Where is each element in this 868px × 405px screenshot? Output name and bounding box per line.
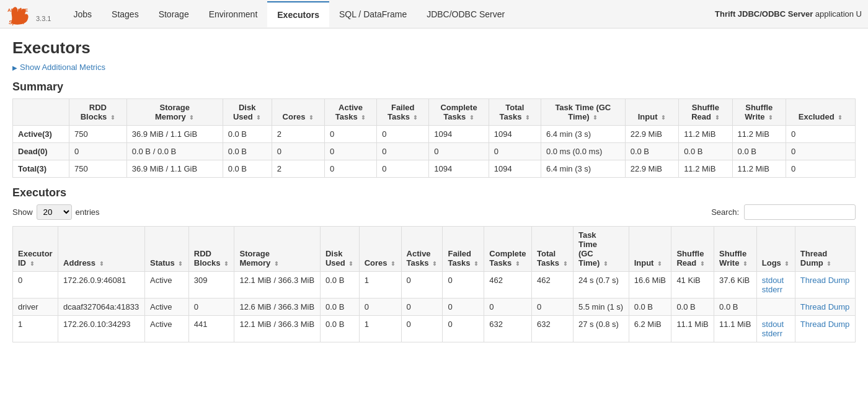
spark-logo-icon: APACHE Spark [6,3,33,25]
stdout-link[interactable]: stdout [762,276,784,285]
exec-disk: 0.0 B [320,316,359,342]
exec-cores: 0 [359,298,401,316]
stderr-link[interactable]: stderr [762,285,782,294]
exec-input: 6.2 MiB [629,316,671,342]
nav-executors[interactable]: Executors [267,1,329,27]
eth-failed: FailedTasks ⇕ [443,227,484,272]
nav-jobs[interactable]: Jobs [63,2,102,27]
summary-th-excluded: Excluded ⇕ [786,99,856,126]
eth-thread-dump: ThreadDump ⇕ [795,227,855,272]
summary-th-active: ActiveTasks ⇕ [325,99,377,126]
exec-input: 0.0 B [629,298,671,316]
eth-complete: CompleteTasks ⇕ [484,227,532,272]
search-input[interactable] [744,204,856,220]
exec-input: 16.6 MiB [629,272,671,298]
eth-shuffle-write: ShuffleWrite ⇕ [714,227,757,272]
executors-table: ExecutorID ⇕ Address ⇕ Status ⇕ RDDBlock… [12,226,856,342]
show-label: Show [12,207,33,217]
eth-cores: Cores ⇕ [359,227,401,272]
exec-complete-tasks: 632 [484,316,532,342]
table-row: driverdcaaf327064a:41833Active012.6 MiB … [13,298,856,316]
eth-tasktime: TaskTime(GCTime) ⇕ [573,227,629,272]
summary-th-rdd: RDDBlocks ⇕ [69,99,127,126]
nav-links: Jobs Stages Storage Environment Executor… [63,1,715,27]
summary-th-failed: FailedTasks ⇕ [377,99,429,126]
exec-status: Active [145,272,189,298]
exec-cores: 1 [359,272,401,298]
thread-dump-link[interactable]: Thread Dump [800,276,849,285]
eth-storage-memory: StorageMemory ⇕ [234,227,320,272]
search-box: Search: [711,204,856,220]
exec-storage-memory: 12.6 MiB / 366.3 MiB [234,298,320,316]
exec-rdd: 309 [188,272,234,298]
exec-active-tasks: 0 [401,316,443,342]
summary-th-input: Input ⇕ [625,99,678,126]
summary-row: Total(3)75036.9 MiB / 1.1 GiB0.0 B200109… [13,160,856,178]
exec-task-time: 24 s (0.7 s) [573,272,629,298]
exec-id: driver [13,298,58,316]
exec-status: Active [145,298,189,316]
chevron-right-icon: ▶ [12,64,17,71]
exec-total-tasks: 632 [532,316,574,342]
page-content: Executors ▶Show Additional Metrics Summa… [0,28,868,352]
show-entries-select[interactable]: 20 50 100 [37,204,72,220]
exec-id: 1 [13,316,58,342]
eth-disk: DiskUsed ⇕ [320,227,359,272]
exec-logs: stdoutstderr [756,272,795,298]
stderr-link[interactable]: stderr [762,329,782,338]
nav-sql[interactable]: SQL / DataFrame [329,2,417,27]
eth-id: ExecutorID ⇕ [13,227,58,272]
table-row: 1172.26.0.10:34293Active44112.1 MiB / 36… [13,316,856,342]
svg-text:Spark: Spark [9,19,25,25]
show-entries: Show 20 50 100 entries [12,204,100,220]
summary-th-total: TotalTasks ⇕ [489,99,541,126]
eth-status: Status ⇕ [145,227,189,272]
summary-th-shuffle-read: ShuffleRead ⇕ [679,99,732,126]
eth-active: ActiveTasks ⇕ [401,227,443,272]
summary-th-storage-memory: StorageMemory ⇕ [126,99,223,126]
summary-th-complete: CompleteTasks ⇕ [429,99,489,126]
eth-rdd: RDDBlocks ⇕ [188,227,234,272]
table-controls: Show 20 50 100 entries Search: [12,204,856,220]
exec-thread-dump: Thread Dump [795,298,855,316]
summary-th-tasktime: Task Time (GCTime) ⇕ [541,99,625,126]
brand: APACHE Spark 3.3.1 [6,3,51,25]
summary-row: Dead(0)00.0 B / 0.0 B0.0 B000000.0 ms (0… [13,143,856,160]
summary-row-label: Dead(0) [13,143,69,160]
exec-task-time: 27 s (0.8 s) [573,316,629,342]
stdout-link[interactable]: stdout [762,320,784,329]
exec-rdd: 0 [188,298,234,316]
exec-active-tasks: 0 [401,298,443,316]
exec-address: dcaaf327064a:41833 [58,298,145,316]
summary-row-label: Active(3) [13,126,69,143]
summary-row: Active(3)75036.9 MiB / 1.1 GiB0.0 B20010… [13,126,856,143]
nav-environment[interactable]: Environment [199,2,268,27]
exec-complete-tasks: 462 [484,272,532,298]
exec-total-tasks: 0 [532,298,574,316]
thread-dump-link[interactable]: Thread Dump [800,302,849,311]
summary-table: RDDBlocks ⇕ StorageMemory ⇕ DiskUsed ⇕ C… [12,98,856,178]
exec-thread-dump: Thread Dump [795,272,855,298]
summary-th-blank [13,99,69,126]
exec-thread-dump: Thread Dump [795,316,855,342]
exec-disk: 0.0 B [320,272,359,298]
show-metrics-link[interactable]: ▶Show Additional Metrics [12,63,105,72]
search-label: Search: [711,207,739,217]
exec-shuffle-write: 0.0 B [714,298,757,316]
nav-storage[interactable]: Storage [149,2,199,27]
app-title: Thrift JDBC/ODBC Server application U [715,9,862,19]
exec-address: 172.26.0.9:46081 [58,272,145,298]
executors-heading: Executors [12,186,856,199]
thread-dump-link[interactable]: Thread Dump [800,320,849,329]
nav-jdbc[interactable]: JDBC/ODBC Server [417,2,515,27]
summary-th-shuffle-write: ShuffleWrite ⇕ [732,99,786,126]
exec-shuffle-write: 37.6 KiB [714,272,757,298]
nav-stages[interactable]: Stages [102,2,149,27]
exec-disk: 0.0 B [320,298,359,316]
summary-heading: Summary [12,81,856,94]
exec-shuffle-read: 11.1 MiB [671,316,714,342]
exec-task-time: 5.5 min (1 s) [573,298,629,316]
exec-rdd: 441 [188,316,234,342]
exec-logs: stdoutstderr [756,316,795,342]
eth-address: Address ⇕ [58,227,145,272]
